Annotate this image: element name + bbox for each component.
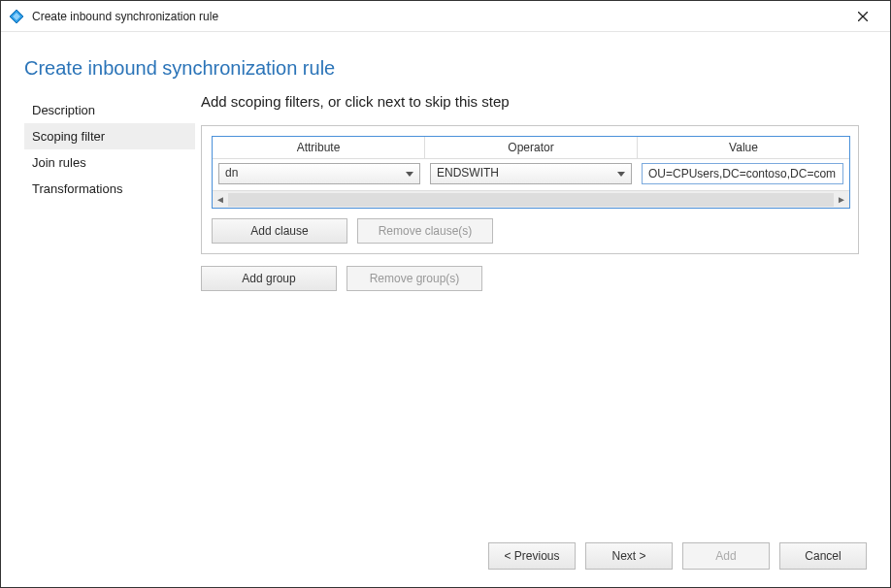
- clause-grid: Attribute Operator Value dn ENDSWITH: [212, 136, 850, 209]
- clause-grid-header: Attribute Operator Value: [213, 137, 849, 159]
- wizard-footer: < Previous Next > Add Cancel: [488, 542, 867, 570]
- operator-combo[interactable]: ENDSWITH: [430, 163, 632, 184]
- sidebar-item-join-rules[interactable]: Join rules: [24, 149, 195, 176]
- remove-clause-button[interactable]: Remove clause(s): [357, 218, 493, 244]
- wizard-window: Create inbound synchronization rule Crea…: [0, 0, 891, 588]
- clause-row: dn ENDSWITH: [213, 159, 849, 190]
- scroll-left-icon[interactable]: ◄: [213, 192, 228, 208]
- sidebar-item-description[interactable]: Description: [24, 97, 195, 123]
- step-instruction: Add scoping filters, or click next to sk…: [201, 93, 859, 110]
- header-operator: Operator: [425, 137, 638, 158]
- scroll-right-icon[interactable]: ►: [834, 192, 849, 208]
- header-value: Value: [638, 137, 849, 158]
- sync-icon: [9, 9, 24, 24]
- sidebar-item-scoping-filter[interactable]: Scoping filter: [24, 123, 195, 149]
- add-clause-button[interactable]: Add clause: [212, 218, 347, 244]
- value-input[interactable]: [642, 163, 843, 184]
- group-button-row: Add group Remove group(s): [201, 266, 859, 291]
- cancel-button[interactable]: Cancel: [779, 542, 867, 570]
- page-title: Create inbound synchronization rule: [1, 32, 890, 93]
- previous-button[interactable]: < Previous: [488, 542, 576, 570]
- scoping-filter-group: Attribute Operator Value dn ENDSWITH: [201, 125, 859, 254]
- window-title: Create inbound synchronization rule: [32, 10, 843, 23]
- close-button[interactable]: [843, 3, 882, 30]
- next-button[interactable]: Next >: [585, 542, 673, 570]
- add-group-button[interactable]: Add group: [201, 266, 337, 291]
- clause-button-row: Add clause Remove clause(s): [212, 218, 850, 244]
- titlebar: Create inbound synchronization rule: [1, 1, 890, 32]
- main-panel: Add scoping filters, or click next to sk…: [195, 93, 890, 587]
- clause-grid-hscroll[interactable]: ◄ ►: [213, 190, 849, 208]
- header-attribute: Attribute: [213, 137, 425, 158]
- wizard-steps-sidebar: Description Scoping filter Join rules Tr…: [1, 93, 195, 587]
- body: Description Scoping filter Join rules Tr…: [1, 93, 890, 587]
- add-button[interactable]: Add: [682, 542, 770, 570]
- remove-group-button[interactable]: Remove group(s): [346, 266, 482, 291]
- scroll-track[interactable]: [228, 193, 834, 207]
- attribute-combo[interactable]: dn: [218, 163, 420, 184]
- sidebar-item-transformations[interactable]: Transformations: [24, 176, 195, 202]
